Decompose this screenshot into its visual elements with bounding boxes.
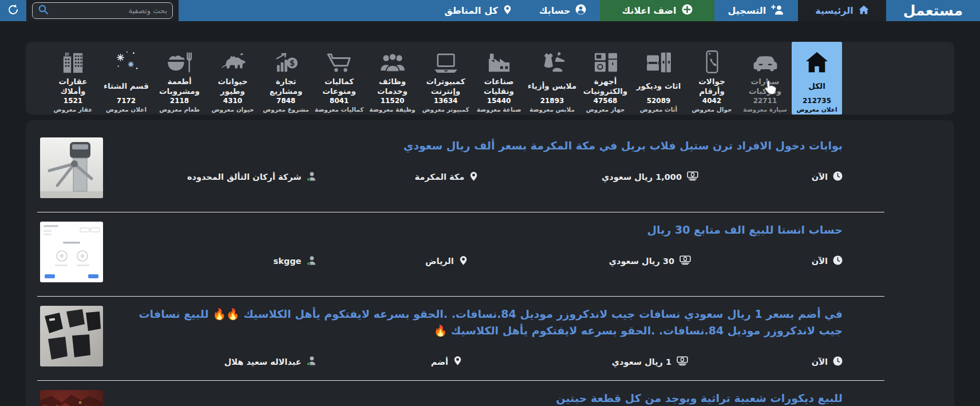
category-count: 1521 [64, 97, 82, 105]
category-name: كمبيوترات وإنترنت [419, 77, 472, 96]
nav-add-ad-label: اضف اعلانك [622, 5, 676, 16]
clothes-icon [539, 47, 566, 74]
category-bar: الكل 212735 اعلان معروض سيارات ومركبات 2… [26, 42, 954, 115]
listing-location-label: أضم [431, 357, 448, 366]
category-name: أطعمة ومشروبات [153, 77, 206, 96]
home-icon [859, 5, 869, 17]
nav-regions[interactable]: كل المناطق [430, 0, 525, 21]
category-unit: مشروع معروض [263, 106, 309, 113]
listing-price: 30 ريال سعودي [544, 255, 755, 267]
category-name: سيارات ومركبات [738, 77, 792, 96]
seller-status-icon [306, 356, 317, 368]
listing-thumbnail[interactable] [40, 390, 103, 406]
listing-location-label: الرياض [425, 257, 454, 266]
top-navbar: مستعمل الرئيسية التسجيل اضف اعلانك حسابك… [0, 0, 980, 21]
appliances-icon [591, 47, 620, 74]
category-count: 47568 [594, 97, 618, 105]
listing-time: الآن [756, 255, 843, 267]
category-count: 7172 [117, 97, 136, 105]
category-count: 11520 [381, 97, 405, 105]
category-name: قسم الشتاء [104, 77, 149, 96]
nav-home[interactable]: الرئيسية [798, 0, 886, 21]
category-unit: طعام معروض [159, 106, 200, 113]
category-unit: كمبيوتر معروض [422, 106, 469, 113]
person-plus-icon [771, 5, 784, 17]
banknote-icon [679, 255, 691, 267]
listing-seller[interactable]: عبدالاله سعيد هلال [116, 356, 348, 368]
refresh-icon [7, 3, 19, 18]
listing-thumbnail[interactable] [40, 306, 103, 366]
people-icon [379, 47, 406, 74]
category-item-phones[interactable]: جوالات وأرقام 4042 جوال معروض [685, 42, 738, 115]
category-name: ملابس وأزياء [528, 77, 576, 96]
category-unit: سيارة معروضة [743, 106, 787, 113]
location-pin-icon [469, 171, 478, 183]
camel-icon [218, 47, 248, 74]
category-unit: اعلان معروض [106, 106, 147, 113]
site-logo[interactable]: مستعمل [886, 0, 980, 21]
listing-seller[interactable]: skgge [116, 255, 348, 267]
category-item-winter[interactable]: قسم الشتاء 7172 اعلان معروض [100, 42, 153, 115]
search-input[interactable] [53, 6, 167, 15]
category-name: جوالات وأرقام [685, 77, 738, 96]
nav-register[interactable]: التسجيل [714, 0, 799, 21]
listing-row: في أضم بسعر 1 ريال سعودي نسافات جيب لاند… [40, 297, 843, 380]
category-item-industry[interactable]: صناعات ونقليات 15440 صناعة معروضة [472, 42, 525, 115]
category-item-all[interactable]: الكل 212735 اعلان معروض [792, 42, 842, 115]
category-item-furniture[interactable]: اثاث وديكور 52089 أثاث معروض [632, 42, 685, 115]
listing-location: مكة المكرمة [348, 171, 544, 183]
search-zone [26, 0, 179, 21]
category-item-realestate[interactable]: عقارات وأملاك 1521 عقار معروض [46, 42, 100, 115]
category-count: 212735 [803, 97, 831, 105]
category-item-business[interactable]: $ تجارة ومشاريع 7848 مشروع معروض [259, 42, 313, 115]
category-unit: ملابس معروضة [529, 106, 575, 113]
listing-title[interactable]: في أضم بسعر 1 ريال سعودي نسافات جيب لاند… [116, 306, 843, 338]
location-pin-icon [459, 255, 468, 267]
listing-title[interactable]: بوابات دخول الافراد ترن ستيل فلاب بريل ف… [116, 137, 843, 154]
navbar-spacer [179, 0, 430, 21]
listing-seller[interactable]: شركة أركان التألق المحدوده [116, 171, 348, 183]
banknote-icon [687, 171, 698, 183]
category-count: 21893 [540, 97, 564, 105]
category-item-jobs[interactable]: وظائف وخدمات 11520 وظيفة معروضة [366, 42, 419, 115]
nav-add-ad[interactable]: اضف اعلانك [600, 0, 714, 21]
category-count: 4310 [223, 97, 242, 105]
banknote-icon [677, 356, 688, 368]
category-count: 2118 [170, 97, 189, 105]
listing-price-label: 1 ريال سعودي [612, 357, 671, 366]
category-unit: وظيفة معروضة [369, 106, 415, 113]
nav-account-label: حسابك [539, 5, 571, 16]
category-item-animals[interactable]: حيوانات وطيور 4310 حيوان معروض [206, 42, 259, 115]
category-name: صناعات ونقليات [472, 77, 525, 96]
listing-title[interactable]: حساب انستا للبيع الف متابع 30 ريال [116, 222, 843, 238]
category-name: تجارة ومشاريع [259, 77, 313, 96]
listing-price-label: 30 ريال سعودي [609, 257, 674, 266]
category-unit: حيوان معروض [211, 106, 254, 113]
laptop-icon [432, 47, 460, 74]
category-item-computers[interactable]: كمبيوترات وإنترنت 13634 كمبيوتر معروض [419, 42, 472, 115]
listing-row: للبيع ديكورات شعبية تراثية ويوجد من كل ق… [40, 381, 843, 406]
category-item-clothes[interactable]: ملابس وأزياء 21893 ملابس معروضة [525, 42, 579, 115]
listing-location: أضم [348, 356, 544, 368]
refresh-button[interactable] [0, 0, 26, 21]
listing-thumbnail[interactable] [40, 222, 103, 282]
category-unit: كماليات معروضة [315, 106, 363, 113]
listing-title[interactable]: للبيع ديكورات شعبية تراثية ويوجد من كل ق… [116, 390, 843, 406]
search-box[interactable] [32, 2, 173, 19]
category-item-accessories[interactable]: كماليات ومنوعات 8041 كماليات معروضة [313, 42, 366, 115]
clock-icon [833, 356, 843, 368]
listing-row: حساب انستا للبيع الف متابع 30 ريال الآن … [40, 212, 843, 296]
page: { "navbar": { "logo": "مستعمل", "home": … [0, 0, 980, 406]
category-unit: صناعة معروضة [477, 106, 521, 113]
nav-account[interactable]: حسابك [525, 0, 600, 21]
listing-thumbnail[interactable] [40, 137, 103, 198]
shopping-cart-icon [326, 47, 353, 74]
listing-row: بوابات دخول الافراد ترن ستيل فلاب بريل ف… [40, 128, 843, 212]
category-item-cars[interactable]: سيارات ومركبات 22711 سيارة معروضة [738, 42, 792, 115]
category-count: 4042 [702, 97, 721, 105]
category-item-food[interactable]: أطعمة ومشروبات 2118 طعام معروض [153, 42, 206, 115]
category-item-electronics[interactable]: أجهزة والكترونيات 47568 جهاز معروض [579, 42, 632, 115]
category-name: عقارات وأملاك [46, 77, 100, 96]
buildings-icon [60, 47, 86, 74]
category-name: حيوانات وطيور [206, 77, 259, 96]
